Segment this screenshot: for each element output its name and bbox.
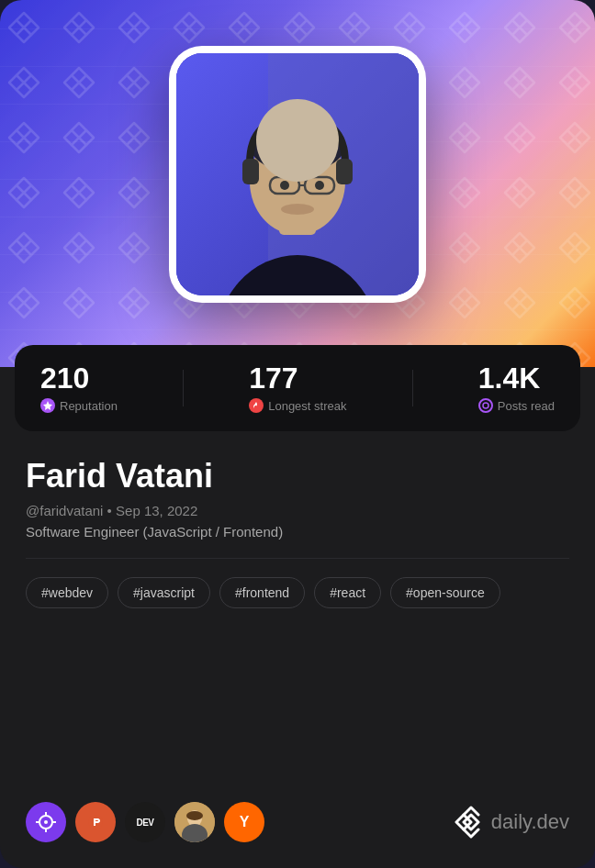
hero-section — [0, 0, 595, 367]
svg-point-13 — [281, 204, 314, 215]
user-meta: @faridvatani • Sep 13, 2022 — [26, 503, 569, 518]
stat-separator-1 — [183, 370, 184, 406]
user-joined: Sep 13, 2022 — [116, 503, 197, 518]
svg-point-15 — [315, 181, 324, 190]
social-personal-avatar[interactable] — [174, 802, 215, 842]
user-bio: Software Engineer (JavaScript / Frontend… — [26, 524, 569, 540]
tag-frontend[interactable]: #frontend — [219, 577, 305, 608]
social-ycombinator[interactable]: Y — [224, 802, 264, 842]
svg-rect-11 — [242, 159, 259, 184]
reputation-label: Reputation — [40, 398, 118, 413]
brand-icon — [451, 806, 484, 839]
stat-posts: 1.4K Posts read — [478, 363, 555, 413]
svg-point-7 — [250, 117, 345, 172]
reputation-icon — [40, 398, 55, 413]
svg-point-14 — [280, 181, 289, 190]
social-producthunt[interactable] — [75, 802, 116, 842]
social-dev[interactable]: DEV — [125, 802, 165, 842]
tag-webdev[interactable]: #webdev — [26, 577, 108, 608]
avatar — [176, 53, 419, 295]
social-icons: DEV Y — [26, 802, 264, 842]
avatar-wrapper — [169, 46, 426, 303]
posts-icon — [478, 398, 493, 413]
dev-label: DEV — [136, 818, 153, 828]
social-crosshair[interactable] — [26, 802, 66, 842]
svg-point-23 — [44, 820, 48, 824]
tag-react[interactable]: #react — [314, 577, 381, 608]
bottom-bar: DEV Y — [0, 802, 595, 868]
ycomb-label: Y — [240, 814, 250, 830]
divider — [26, 558, 569, 559]
profile-content: Farid Vatani @faridvatani • Sep 13, 2022… — [0, 431, 595, 802]
stat-reputation: 210 Reputation — [40, 363, 118, 413]
svg-point-27 — [186, 811, 203, 820]
user-dot: • — [107, 503, 116, 518]
brand-name: daily.dev — [491, 810, 569, 834]
streak-label: Longest streak — [249, 398, 346, 413]
user-name: Farid Vatani — [26, 457, 569, 495]
avatar-frame — [169, 46, 426, 303]
stat-separator-2 — [412, 370, 413, 406]
svg-point-17 — [483, 403, 488, 408]
profile-card: 210 Reputation 177 Longest streak — [0, 0, 595, 868]
stats-bar: 210 Reputation 177 Longest streak — [15, 345, 580, 431]
stat-streak: 177 Longest streak — [249, 363, 346, 413]
posts-value: 1.4K — [478, 363, 555, 393]
tag-opensource[interactable]: #open-source — [390, 577, 500, 608]
brand-logo: daily.dev — [451, 806, 569, 839]
svg-marker-16 — [43, 401, 52, 410]
tags-container: #webdev #javascript #frontend #react #op… — [26, 577, 569, 608]
svg-point-6 — [250, 128, 345, 235]
streak-icon — [249, 398, 264, 413]
streak-value: 177 — [249, 363, 346, 393]
svg-rect-12 — [336, 159, 353, 184]
user-handle: @faridvatani — [26, 503, 103, 518]
posts-label: Posts read — [478, 398, 555, 413]
tag-javascript[interactable]: #javascript — [118, 577, 210, 608]
reputation-value: 210 — [40, 363, 118, 393]
